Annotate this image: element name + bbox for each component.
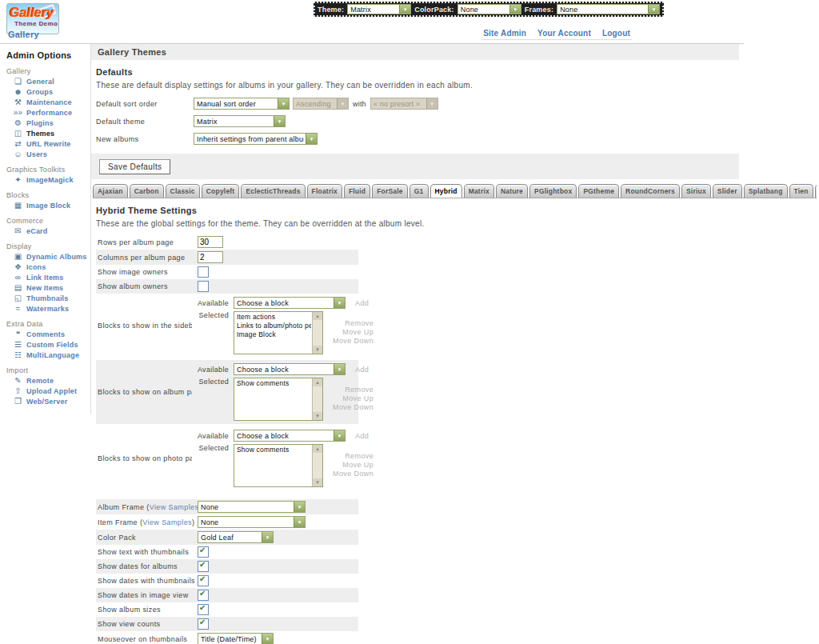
sidebar-item[interactable]: ▣ Dynamic Albums [13,252,90,261]
sidebar-item[interactable]: ⇧ Upload Applet [13,386,90,395]
scroll-up-icon[interactable]: ▲ [313,445,322,453]
rows-per-page-input[interactable] [198,236,223,248]
scroll-down-icon[interactable]: ▼ [313,346,322,354]
theme-tab[interactable]: Tile [815,184,817,198]
columns-per-page-input[interactable] [198,251,223,263]
theme-tab[interactable]: Nature [496,184,528,198]
sidebar-item[interactable]: ∞ Link Items [13,273,90,282]
default-theme-select[interactable]: Matrix ▼ [194,115,286,127]
move-up-link[interactable]: Move Up [342,461,374,469]
scrollbar[interactable]: ▲ ▼ [312,445,322,486]
sidebar-item[interactable]: ☺ Users [13,150,90,158]
sidebar-item[interactable]: »» Performance [13,108,90,117]
breadcrumb[interactable]: Gallery [8,30,39,39]
theme-tab[interactable]: Tien [789,184,813,198]
add-link[interactable]: Add [355,432,369,440]
album-frame-select[interactable]: None ▼ [198,501,306,513]
available-block-select[interactable]: Choose a block ▼ [234,363,346,375]
sidebar-item[interactable]: ❝ Comments [13,330,90,338]
move-up-link[interactable]: Move Up [342,328,374,336]
sidebar-item[interactable]: ≈ Watermarks [13,304,90,313]
sidebar-item[interactable]: ▤ New Items [13,283,90,292]
sidebar-item[interactable]: ⚒ Maintenance [13,98,90,106]
show-dates-thumbnails-checkbox[interactable] [198,575,209,586]
sidebar-item[interactable]: ☻ Groups [13,87,90,96]
show-album-sizes-checkbox[interactable] [198,604,209,615]
theme-tab[interactable]: Fluid [344,184,370,198]
show-dates-image-view-checkbox[interactable] [198,590,209,601]
theme-tab[interactable]: Hybrid [430,184,462,198]
theme-tab[interactable]: Siriux [681,184,711,198]
theme-tab[interactable]: Classic [166,184,200,198]
available-block-select[interactable]: Choose a block ▼ [234,430,346,442]
theme-tab[interactable]: RoundCorners [621,184,680,198]
sidebar-item[interactable]: ❐ Web/Server [13,397,90,406]
color-pack-select[interactable]: Gold Leaf ▼ [198,531,274,543]
sidebar-item[interactable]: ⇄ URL Rewrite [13,139,90,148]
theme-tab[interactable]: Ajaxian [93,184,128,198]
scroll-down-icon[interactable]: ▼ [313,478,322,486]
show-album-owners-checkbox[interactable] [198,281,209,292]
sidebar-item[interactable]: ☰ Custom Fields [13,340,90,349]
scrollbar[interactable]: ▲ ▼ [312,312,322,354]
list-item[interactable]: Show comments [237,379,311,388]
remove-link[interactable]: Remove [345,319,374,327]
show-view-counts-checkbox[interactable] [198,618,209,630]
show-image-owners-checkbox[interactable] [198,266,209,278]
available-block-select[interactable]: Choose a block ▼ [234,297,346,309]
theme-tab[interactable]: Slider [713,184,742,198]
mouseover-select[interactable]: Title (Date/Time) ▼ [198,633,274,644]
move-up-link[interactable]: Move Up [342,394,374,402]
add-link[interactable]: Add [355,299,369,307]
sidebar-item[interactable]: ▦ Image Block [13,201,90,210]
theme-tab[interactable]: Matrix [464,184,494,198]
sidebar-item[interactable]: ☷ MultiLanguage [13,350,90,359]
sidebar-item[interactable]: ✎ Remote [13,376,90,385]
move-down-link[interactable]: Move Down [333,403,374,411]
frames-select[interactable]: None ▼ [557,4,660,14]
show-dates-albums-checkbox[interactable] [198,561,209,572]
logout-link[interactable]: Logout [602,29,630,38]
selected-blocks-list[interactable]: Item actionsLinks to album/photo peersIm… [234,311,323,354]
list-item[interactable]: Show comments [237,446,311,454]
item-frame-select[interactable]: None ▼ [198,516,306,528]
save-defaults-button[interactable]: Save Defaults [99,159,170,174]
list-item[interactable]: Item actions [237,313,311,322]
theme-tab[interactable]: EclecticThreads [241,184,305,198]
selected-blocks-list[interactable]: Show comments ▲ ▼ [234,378,323,421]
view-samples-link[interactable]: View Samples [150,503,198,511]
list-item[interactable]: Links to album/photo peers [237,322,311,330]
site-admin-link[interactable]: Site Admin [483,29,526,38]
add-link[interactable]: Add [355,366,369,374]
list-item[interactable]: Image Block [237,330,311,339]
sidebar-item[interactable]: ❏ General [13,77,90,86]
your-account-link[interactable]: Your Account [537,29,591,38]
scrollbar[interactable]: ▲ ▼ [312,378,322,420]
move-down-link[interactable]: Move Down [333,470,374,478]
scroll-up-icon[interactable]: ▲ [313,378,322,386]
view-samples-link[interactable]: View Samples [142,518,192,526]
sidebar-item[interactable]: ◱ Thumbnails [13,294,90,302]
theme-tab[interactable]: ForSale [372,184,408,198]
theme-tab[interactable]: Copyleft [202,184,240,198]
selected-blocks-list[interactable]: Show comments ▲ ▼ [234,444,323,487]
theme-tab[interactable]: Carbon [130,184,164,198]
theme-tab[interactable]: Splatbang [744,184,788,198]
new-albums-select[interactable]: Inherit settings from parent album ▼ [194,133,318,145]
theme-tab[interactable]: Floatrix [307,184,342,198]
sidebar-item[interactable]: ⚙ Plugins [13,118,90,127]
theme-tab[interactable]: PGtheme [578,184,619,198]
move-down-link[interactable]: Move Down [333,337,374,345]
scroll-up-icon[interactable]: ▲ [313,312,322,320]
sidebar-item[interactable]: ❖ Icons [13,262,90,271]
presort-select[interactable]: « no presort » ▼ [370,98,438,110]
sidebar-item[interactable]: ✉ eCard [13,226,90,235]
sort-direction-select[interactable]: Ascending ▼ [293,98,349,110]
colorpack-select[interactable]: None ▼ [457,4,521,14]
remove-link[interactable]: Remove [345,452,374,460]
theme-tab[interactable]: PGlightbox [529,184,577,198]
show-text-thumbnails-checkbox[interactable] [198,546,209,558]
sidebar-item[interactable]: ✦ ImageMagick [13,175,90,184]
scroll-down-icon[interactable]: ▼ [313,412,322,420]
default-sort-order-select[interactable]: Manual sort order ▼ [194,98,290,110]
